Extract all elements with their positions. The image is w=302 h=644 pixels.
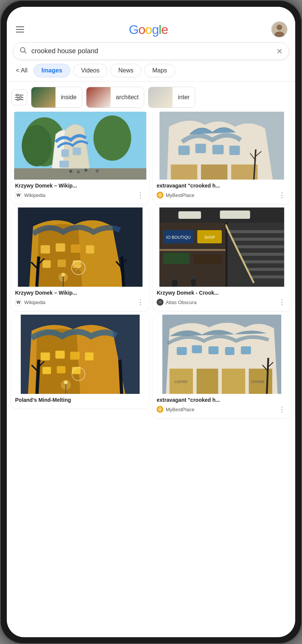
svg-rect-39 [71,244,80,253]
svg-point-9 [20,97,22,98]
chip-inside[interactable]: inside [31,87,82,108]
svg-point-22 [96,169,99,172]
svg-rect-62 [235,245,284,248]
avatar-image [272,21,287,38]
chip-label-inter: inter [173,94,195,101]
svg-rect-37 [41,245,50,254]
svg-point-19 [69,170,72,173]
tab-back-all[interactable]: < All [13,66,31,75]
more-options-6[interactable]: ⋮ [277,404,287,414]
svg-rect-15 [14,168,146,180]
phone-screen: G o o g l e [7,7,295,637]
result-image-1 [11,112,149,180]
svg-rect-42 [58,260,66,267]
result-info-2: extravagant "crooked h... MyBestPlace ⋮ [153,180,291,204]
more-options-1[interactable]: ⋮ [136,190,145,200]
more-options-3[interactable]: ⋮ [136,297,145,307]
result-card-3[interactable]: Krzywy Domek – Wikip... W Wikipedia ⋮ [11,207,149,311]
svg-rect-24 [179,146,190,155]
source-name-1: Wikipedia [24,192,45,198]
source-left-2: MyBestPlace [157,192,194,198]
result-card-4[interactable]: IO BOUTIQU SHOP [153,207,291,311]
tab-videos[interactable]: Videos [73,64,108,77]
svg-rect-27 [230,146,240,155]
search-filter-tabs: < All Images Videos News Maps [7,64,295,81]
svg-point-80 [159,301,161,303]
result-card-6[interactable]: COFFEE COFFEE extravagant "crooked h... [153,315,291,418]
source-left-4: Atlas Obscura [157,299,197,306]
result-card-1[interactable]: Krzywy Domek – Wikip... W Wikipedia ⋮ [11,112,149,204]
svg-rect-40 [86,245,94,254]
svg-text:SHOP: SHOP [204,235,215,240]
clear-search-button[interactable]: ✕ [276,47,283,56]
svg-rect-73 [163,253,190,264]
svg-rect-61 [231,238,284,241]
result-image-2 [153,112,291,180]
svg-rect-63 [239,253,284,256]
result-title-3: Krzywy Domek – Wikip... [15,290,145,296]
grid-row-2: Krzywy Domek – Wikip... W Wikipedia ⋮ [11,207,291,311]
wikipedia-favicon-3: W [15,299,22,306]
chip-thumb-architect [86,87,111,108]
result-source-6: MyBestPlace ⋮ [157,404,287,414]
more-options-2[interactable]: ⋮ [277,190,287,200]
svg-rect-29 [201,164,228,180]
header: G o o g l e [7,17,295,41]
svg-rect-72 [160,249,226,251]
svg-rect-100 [208,346,219,354]
svg-point-14 [94,115,131,161]
result-card-5[interactable]: Poland's Mind-Melting [11,315,149,408]
svg-point-21 [85,169,88,172]
svg-rect-41 [43,260,51,268]
svg-rect-18 [60,161,69,168]
search-bar[interactable]: crooked house poland ✕ [13,42,289,60]
search-query-text: crooked house poland [31,47,276,55]
user-avatar[interactable] [271,21,288,38]
svg-text:COFFEE: COFFEE [251,380,265,384]
svg-line-50 [122,257,124,287]
svg-line-95 [120,360,122,394]
grid-row-3: Poland's Mind-Melting [11,315,291,418]
result-info-1: Krzywy Domek – Wikip... W Wikipedia ⋮ [11,180,149,204]
svg-rect-84 [70,352,80,360]
phone-frame: G o o g l e [0,0,302,644]
svg-rect-87 [57,366,65,373]
result-source-4: Atlas Obscura ⋮ [157,297,287,307]
svg-rect-65 [247,268,284,271]
svg-rect-105 [222,369,245,394]
chip-architect[interactable]: architect [86,87,144,108]
result-title-5: Poland's Mind-Melting [15,397,145,403]
svg-rect-74 [194,255,222,264]
source-left-3: W Wikipedia [15,299,45,306]
content-area: G o o g l e [7,17,295,637]
result-title-4: Krzywy Domek - Crook... [157,290,287,296]
svg-rect-82 [41,352,50,360]
result-image-4: IO BOUTIQU SHOP [153,207,291,287]
tab-images[interactable]: Images [34,64,70,77]
svg-text:IO BOUTIQU: IO BOUTIQU [166,235,191,240]
grid-row-1: Krzywy Domek – Wikip... W Wikipedia ⋮ [11,112,291,204]
svg-point-13 [22,125,52,166]
result-image-5 [11,315,149,394]
result-card-2[interactable]: extravagant "crooked h... MyBestPlace ⋮ [153,112,291,204]
search-icon [19,46,27,56]
tab-maps[interactable]: Maps [144,64,175,77]
menu-button[interactable] [14,25,26,34]
status-bar [7,7,295,17]
atlas-favicon-4 [157,299,163,306]
svg-point-76 [173,275,177,280]
more-options-4[interactable]: ⋮ [277,297,287,307]
chip-label-inside: inside [55,94,82,101]
svg-rect-64 [243,260,284,263]
divider [7,81,295,81]
filter-options-button[interactable] [11,89,27,105]
source-name-3: Wikipedia [24,300,45,305]
chip-inter[interactable]: inter [148,87,195,108]
mybest-favicon-2 [157,192,163,198]
tab-news[interactable]: News [110,64,141,77]
wikipedia-favicon-1: W [15,192,22,198]
result-image-3 [11,207,149,287]
google-logo: G o o g l e [129,22,168,37]
result-source-3: W Wikipedia ⋮ [15,297,145,307]
result-info-3: Krzywy Domek – Wikip... W Wikipedia ⋮ [11,287,149,311]
